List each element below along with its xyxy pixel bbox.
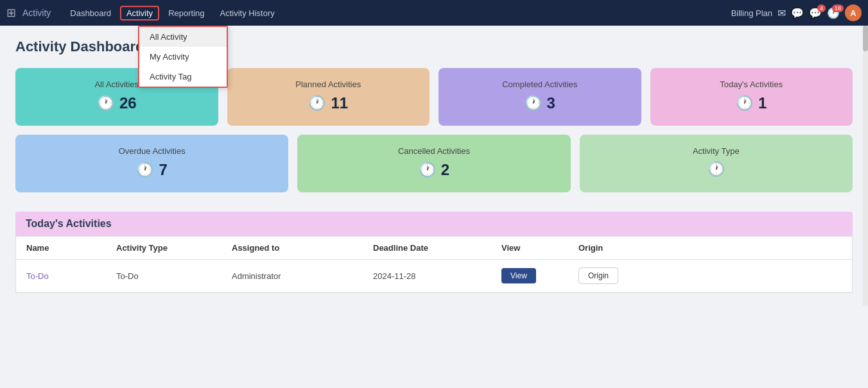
cell-activity-type: To-Do: [116, 271, 232, 281]
clock-icon-overdue: 🕐: [136, 162, 153, 178]
col-deadline-date: Deadline Date: [373, 243, 501, 253]
card-cancelled-label: Cancelled Activities: [398, 146, 470, 156]
card-planned-activities[interactable]: Planned Activities 🕐 11: [227, 68, 430, 126]
table-row: To-Do To-Do Administrator 2024-11-28 Vie…: [16, 260, 852, 292]
whatsapp-icon[interactable]: 💬: [791, 7, 804, 19]
clock-nav-icon[interactable]: 🕐18: [827, 7, 840, 19]
cell-name[interactable]: To-Do: [26, 271, 116, 281]
scrollbar[interactable]: [863, 26, 868, 306]
activities-table: Name Activity Type Assigned to Deadline …: [15, 236, 853, 293]
user-avatar[interactable]: A: [845, 4, 862, 21]
card-overdue-label: Overdue Activities: [119, 146, 186, 156]
table-header: Name Activity Type Assigned to Deadline …: [16, 237, 852, 260]
card-planned-value: 🕐 11: [308, 94, 348, 112]
dropdown-item-my-activity[interactable]: My Activity: [139, 47, 227, 67]
origin-button[interactable]: Origin: [578, 267, 618, 284]
scrollbar-thumb[interactable]: [863, 26, 868, 51]
clock-icon-type: 🕐: [707, 161, 725, 178]
card-overdue-value: 🕐 7: [136, 161, 167, 179]
clock-icon-all: 🕐: [97, 95, 114, 112]
app-name: Activity: [22, 8, 51, 18]
clock-icon-planned: 🕐: [308, 95, 326, 112]
view-button[interactable]: View: [501, 268, 536, 283]
col-origin: Origin: [578, 243, 655, 253]
nav-right: Billing Plan ✉ 💬 💬4 🕐18 A: [731, 4, 862, 21]
card-completed-activities[interactable]: Completed Activities 🕐 3: [438, 68, 641, 126]
nav-item-dashboard[interactable]: Dashboard: [64, 6, 117, 21]
card-activity-type-label: Activity Type: [693, 146, 740, 156]
card-activity-type[interactable]: Activity Type 🕐: [580, 135, 853, 192]
card-overdue-activities[interactable]: Overdue Activities 🕐 7: [15, 135, 288, 192]
card-completed-label: Completed Activities: [502, 80, 577, 89]
clock-icon-today: 🕐: [736, 95, 753, 112]
nav-item-activity-history[interactable]: Activity History: [214, 6, 281, 21]
grid-icon[interactable]: ⊞: [6, 6, 16, 20]
top-nav: ⊞ Activity Dashboard Activity Reporting …: [0, 0, 868, 26]
chat-icon[interactable]: 💬4: [809, 7, 822, 19]
card-cancelled-activities[interactable]: Cancelled Activities 🕐 2: [297, 135, 570, 192]
card-todays-activities[interactable]: Today's Activities 🕐 1: [650, 68, 853, 126]
todays-activities-section: Today's Activities Name Activity Type As…: [15, 212, 853, 293]
col-assigned-to: Assigned to: [232, 243, 373, 253]
col-name: Name: [26, 243, 116, 253]
email-icon[interactable]: ✉: [777, 7, 786, 19]
cell-deadline-date: 2024-11-28: [373, 271, 501, 281]
card-cancelled-value: 🕐 2: [419, 161, 449, 179]
card-todays-value: 🕐 1: [736, 94, 767, 112]
cell-assigned-to: Administrator: [232, 271, 373, 281]
col-activity-type: Activity Type: [116, 243, 232, 253]
card-all-activities-label: All Activities: [94, 80, 139, 89]
cell-origin: Origin: [578, 267, 655, 284]
cell-view: View: [501, 268, 578, 283]
nav-item-reporting[interactable]: Reporting: [162, 6, 211, 21]
activity-dropdown: All Activity My Activity Activity Tag: [138, 26, 228, 88]
dropdown-item-all-activity[interactable]: All Activity: [139, 27, 227, 47]
card-todays-label: Today's Activities: [720, 80, 783, 89]
stats-row-2: Overdue Activities 🕐 7 Cancelled Activit…: [15, 135, 853, 192]
clock-icon-cancelled: 🕐: [419, 162, 436, 178]
card-planned-label: Planned Activities: [295, 80, 361, 89]
page-content: Activity Dashboard All Activities 🕐 26 P…: [0, 26, 868, 306]
card-all-activities-value: 🕐 26: [97, 94, 137, 112]
dropdown-item-activity-tag[interactable]: Activity Tag: [139, 67, 227, 87]
col-view: View: [501, 243, 578, 253]
today-section-header: Today's Activities: [15, 212, 853, 236]
card-activity-type-value: 🕐: [707, 161, 725, 178]
clock-icon-completed: 🕐: [525, 95, 542, 112]
card-completed-value: 🕐 3: [525, 94, 555, 112]
nav-item-activity[interactable]: Activity: [120, 6, 159, 21]
billing-plan-label: Billing Plan: [731, 8, 772, 18]
